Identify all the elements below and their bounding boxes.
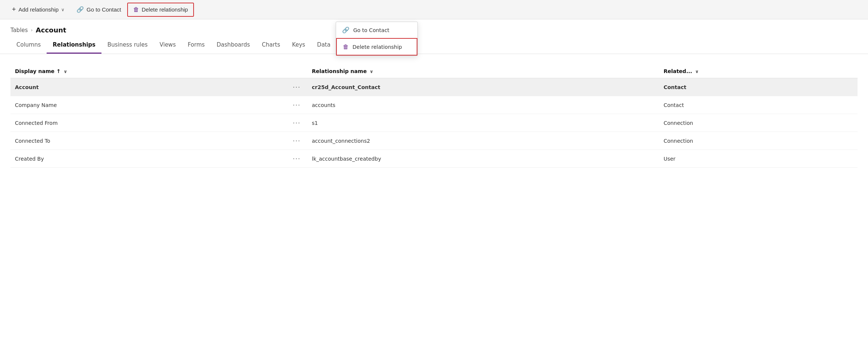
relationship-name-cell: account_connections2 — [307, 132, 659, 150]
related-cell: Contact — [659, 96, 858, 114]
context-link-icon: 🔗 — [342, 26, 350, 34]
dots-cell[interactable]: ··· — [286, 132, 307, 150]
sort-down-chevron: ∨ — [64, 69, 68, 74]
breadcrumb-tables-link[interactable]: Tables — [10, 27, 28, 34]
link-icon: 🔗 — [76, 6, 84, 13]
context-delete-relationship-label: Delete relationship — [352, 44, 402, 50]
plus-icon: + — [12, 6, 16, 13]
relationship-name-cell: cr25d_Account_Contact — [307, 78, 659, 96]
tabs-bar: Columns Relationships Business rules Vie… — [0, 37, 868, 54]
context-trash-icon: 🗑 — [343, 43, 349, 50]
tab-dashboards[interactable]: Dashboards — [211, 37, 256, 54]
relationship-name-cell: s1 — [307, 114, 659, 132]
row-dots-button[interactable]: ··· — [291, 136, 303, 145]
row-dots-button[interactable]: ··· — [291, 118, 303, 127]
context-go-to-contact-label: Go to Contact — [353, 27, 389, 33]
tab-relationships[interactable]: Relationships — [47, 37, 101, 54]
table-row[interactable]: Created By ··· lk_accountbase_createdby … — [10, 150, 858, 168]
relationships-table: Display name ↑ ∨ Relationship name ∨ Rel… — [10, 64, 858, 168]
context-go-to-contact[interactable]: 🔗 Go to Contact — [336, 22, 417, 38]
tab-columns[interactable]: Columns — [10, 37, 47, 54]
display-name-cell: Account — [10, 78, 286, 96]
relationship-name-cell: lk_accountbase_createdby — [307, 150, 659, 168]
row-dots-button[interactable]: ··· — [291, 154, 303, 163]
display-name-cell: Connected From — [10, 114, 286, 132]
sort-up-icon: ↑ — [56, 68, 61, 74]
col-display-name-header[interactable]: Display name ↑ ∨ — [10, 64, 286, 78]
related-cell: Contact — [659, 78, 858, 96]
go-to-contact-button[interactable]: 🔗 Go to Contact — [70, 2, 127, 17]
table-row[interactable]: Connected From ··· s1 Connection — [10, 114, 858, 132]
table-row[interactable]: Connected To ··· account_connections2 Co… — [10, 132, 858, 150]
trash-icon: 🗑 — [133, 6, 139, 13]
dots-cell[interactable]: ··· — [286, 96, 307, 114]
context-menu: 🔗 Go to Contact 🗑 Delete relationship — [336, 22, 418, 56]
delete-relationship-label: Delete relationship — [142, 6, 188, 13]
col-related-header[interactable]: Related... ∨ — [659, 64, 858, 78]
add-relationship-chevron: ∨ — [61, 7, 65, 12]
row-dots-button[interactable]: ··· — [291, 82, 303, 92]
table-row[interactable]: Account ··· cr25d_Account_Contact Contac… — [10, 78, 858, 96]
context-delete-relationship[interactable]: 🗑 Delete relationship — [336, 38, 417, 56]
display-name-cell: Connected To — [10, 132, 286, 150]
toolbar: + Add relationship ∨ 🔗 Go to Contact 🗑 D… — [0, 0, 868, 19]
related-sort-chevron: ∨ — [695, 69, 699, 74]
delete-relationship-button[interactable]: 🗑 Delete relationship — [127, 3, 194, 17]
tab-keys[interactable]: Keys — [286, 37, 311, 54]
col-dots-header — [286, 64, 307, 78]
tab-charts[interactable]: Charts — [256, 37, 286, 54]
display-name-cell: Created By — [10, 150, 286, 168]
related-cell: Connection — [659, 114, 858, 132]
content-area: Display name ↑ ∨ Relationship name ∨ Rel… — [0, 54, 868, 168]
add-relationship-label: Add relationship — [19, 6, 59, 13]
display-name-cell: Company Name — [10, 96, 286, 114]
add-relationship-button[interactable]: + Add relationship ∨ — [6, 2, 70, 17]
dots-cell[interactable]: ··· — [286, 114, 307, 132]
related-cell: Connection — [659, 132, 858, 150]
tab-views[interactable]: Views — [154, 37, 182, 54]
dots-cell[interactable]: ··· — [286, 78, 307, 96]
tab-forms[interactable]: Forms — [182, 37, 211, 54]
rel-name-sort-chevron: ∨ — [370, 69, 373, 74]
row-dots-button[interactable]: ··· — [291, 100, 303, 110]
col-relationship-name-header[interactable]: Relationship name ∨ — [307, 64, 659, 78]
table-row[interactable]: Company Name ··· accounts Contact — [10, 96, 858, 114]
tab-business-rules[interactable]: Business rules — [101, 37, 154, 54]
breadcrumb-separator: › — [31, 27, 33, 33]
go-to-contact-label: Go to Contact — [87, 6, 121, 13]
dots-cell[interactable]: ··· — [286, 150, 307, 168]
relationship-name-cell: accounts — [307, 96, 659, 114]
breadcrumb: Tables › Account — [0, 19, 868, 35]
tab-data[interactable]: Data — [311, 37, 336, 54]
breadcrumb-account: Account — [36, 26, 66, 34]
related-cell: User — [659, 150, 858, 168]
